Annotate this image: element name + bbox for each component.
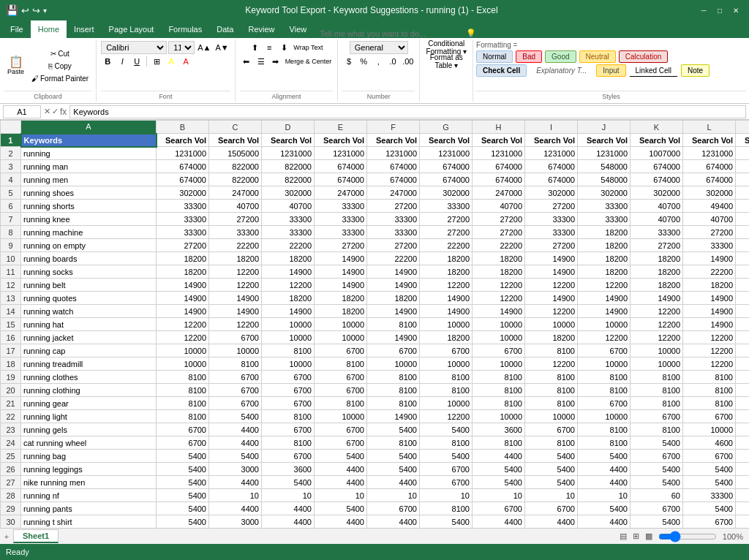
data-cell[interactable]: 8100 — [157, 384, 209, 397]
data-cell[interactable]: 6700 — [631, 450, 683, 463]
data-cell[interactable]: 14900 — [157, 292, 209, 305]
data-cell[interactable]: 674000 — [683, 160, 736, 173]
data-cell[interactable]: 40700 — [473, 200, 525, 213]
data-cell[interactable]: 8100 — [631, 397, 683, 410]
data-cell[interactable]: 12200 — [420, 410, 473, 423]
align-left-button[interactable]: ⬅ — [240, 55, 253, 68]
data-cell[interactable]: 548000 — [736, 173, 750, 186]
data-cell[interactable]: 14900 — [683, 252, 736, 265]
number-format-select[interactable]: General — [350, 41, 408, 54]
decrease-font-button[interactable]: A▼ — [214, 41, 230, 54]
data-cell[interactable]: 674000 — [525, 173, 578, 186]
data-cell[interactable]: 6700 — [631, 410, 683, 423]
data-cell[interactable]: 8100 — [578, 423, 631, 436]
data-cell[interactable]: 5400 — [578, 450, 631, 463]
data-cell[interactable]: 33300 — [578, 200, 631, 213]
keyword-cell[interactable]: running quotes — [21, 292, 157, 305]
data-cell[interactable]: 8100 — [525, 371, 578, 384]
data-cell[interactable]: 4600 — [683, 436, 736, 450]
data-cell[interactable]: 5400 — [736, 515, 750, 529]
cell-m1[interactable]: Search Vol — [736, 134, 750, 147]
data-cell[interactable]: 674000 — [367, 160, 420, 173]
data-cell[interactable]: 10000 — [315, 410, 367, 423]
col-header-d[interactable]: D — [262, 121, 315, 134]
data-cell[interactable]: 22200 — [736, 489, 750, 502]
data-cell[interactable]: 18200 — [262, 292, 315, 305]
data-cell[interactable]: 822000 — [262, 160, 315, 173]
data-cell[interactable]: 10 — [525, 489, 578, 502]
keyword-cell[interactable]: running clothes — [21, 371, 157, 384]
align-middle-button[interactable]: ≡ — [263, 41, 276, 54]
data-cell[interactable]: 5400 — [315, 450, 367, 463]
keyword-cell[interactable]: running clothing — [21, 384, 157, 397]
col-header-b[interactable]: B — [157, 121, 209, 134]
data-cell[interactable]: 14900 — [157, 279, 209, 292]
data-cell[interactable]: 5400 — [631, 463, 683, 476]
keyword-cell[interactable]: running boards — [21, 252, 157, 265]
data-cell[interactable]: 10000 — [420, 318, 473, 331]
underline-button[interactable]: U — [130, 55, 143, 68]
align-right-button[interactable]: ➡ — [269, 55, 282, 68]
data-cell[interactable]: 247000 — [315, 186, 367, 200]
data-cell[interactable]: 5400 — [525, 450, 578, 463]
data-cell[interactable]: 12200 — [157, 318, 209, 331]
data-cell[interactable]: 10000 — [736, 423, 750, 436]
data-cell[interactable]: 27200 — [157, 239, 209, 252]
data-cell[interactable]: 6700 — [578, 397, 631, 410]
data-cell[interactable]: 40700 — [683, 213, 736, 226]
data-cell[interactable]: 10000 — [157, 344, 209, 357]
data-cell[interactable]: 1505000 — [209, 147, 262, 160]
data-cell[interactable]: 302000 — [683, 186, 736, 200]
data-cell[interactable]: 14900 — [736, 318, 750, 331]
data-cell[interactable]: 12200 — [473, 292, 525, 305]
data-cell[interactable]: 6700 — [367, 502, 420, 515]
col-header-i[interactable]: I — [525, 121, 578, 134]
data-cell[interactable]: 14900 — [262, 305, 315, 318]
data-cell[interactable]: 6700 — [683, 450, 736, 463]
data-cell[interactable]: 6700 — [209, 384, 262, 397]
data-cell[interactable]: 5400 — [315, 502, 367, 515]
data-cell[interactable]: 674000 — [631, 160, 683, 173]
col-header-j[interactable]: J — [578, 121, 631, 134]
increase-decimal-button[interactable]: .00 — [401, 55, 415, 68]
data-cell[interactable]: 40700 — [262, 200, 315, 213]
data-cell[interactable]: 8100 — [420, 371, 473, 384]
data-cell[interactable]: 10000 — [473, 331, 525, 344]
data-cell[interactable]: 14900 — [736, 344, 750, 357]
data-cell[interactable]: 8100 — [367, 371, 420, 384]
data-cell[interactable]: 10 — [578, 489, 631, 502]
data-cell[interactable]: 4400 — [209, 436, 262, 450]
data-cell[interactable]: 674000 — [683, 173, 736, 186]
data-cell[interactable]: 8100 — [631, 423, 683, 436]
data-cell[interactable]: 6700 — [683, 515, 736, 529]
data-cell[interactable]: 10000 — [631, 357, 683, 371]
data-cell[interactable]: 6700 — [420, 476, 473, 489]
data-cell[interactable]: 674000 — [525, 160, 578, 173]
data-cell[interactable]: 12200 — [683, 331, 736, 344]
data-cell[interactable]: 18200 — [631, 252, 683, 265]
data-cell[interactable]: 14900 — [525, 292, 578, 305]
align-center-button[interactable]: ☰ — [255, 55, 268, 68]
data-cell[interactable]: 5400 — [473, 463, 525, 476]
data-cell[interactable]: 302000 — [262, 186, 315, 200]
data-cell[interactable]: 10000 — [525, 410, 578, 423]
data-cell[interactable]: 10000 — [367, 357, 420, 371]
data-cell[interactable]: 6700 — [473, 502, 525, 515]
data-cell[interactable]: 14900 — [157, 305, 209, 318]
data-cell[interactable]: 6700 — [262, 423, 315, 436]
data-cell[interactable]: 18200 — [683, 279, 736, 292]
data-cell[interactable]: 22200 — [473, 239, 525, 252]
keyword-cell[interactable]: running treadmill — [21, 357, 157, 371]
data-cell[interactable]: 5400 — [631, 515, 683, 529]
note-style[interactable]: Note — [681, 64, 710, 77]
data-cell[interactable]: 8100 — [315, 397, 367, 410]
data-cell[interactable]: 10000 — [262, 357, 315, 371]
data-cell[interactable]: 14900 — [367, 279, 420, 292]
data-cell[interactable]: 18200 — [157, 252, 209, 265]
minimize-button[interactable]: ─ — [696, 3, 711, 18]
data-cell[interactable]: 14900 — [315, 279, 367, 292]
merge-center-button[interactable]: Merge & Center — [284, 55, 334, 68]
data-cell[interactable]: 10000 — [578, 357, 631, 371]
explanatory-style[interactable]: Explanatory T... — [530, 64, 593, 77]
data-cell[interactable]: 1231000 — [525, 147, 578, 160]
